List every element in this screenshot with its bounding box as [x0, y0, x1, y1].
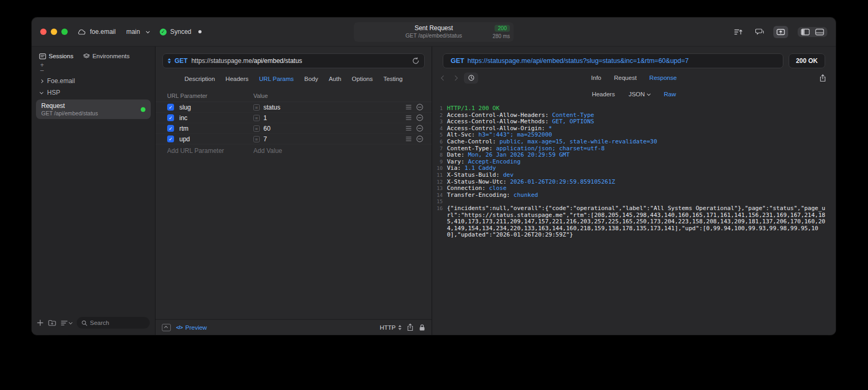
- tab-testing[interactable]: Testing: [383, 76, 403, 82]
- tree-item-hsp[interactable]: HSP: [35, 87, 152, 98]
- line-number: 5: [432, 132, 447, 139]
- tab-raw[interactable]: Raw: [664, 91, 676, 97]
- tree-item-foe-email[interactable]: Foe.email: [35, 75, 152, 87]
- add-param-row[interactable]: Add URL Parameter Add Value: [156, 144, 432, 157]
- request-url-bar[interactable]: GET https://statuspage.me/api/embed/stat…: [162, 53, 425, 68]
- param-name[interactable]: slug: [179, 104, 191, 111]
- zoom-window-button[interactable]: [61, 29, 68, 35]
- add-request-button[interactable]: [37, 320, 43, 326]
- param-checkbox[interactable]: ✓: [167, 125, 174, 132]
- param-row[interactable]: ✓ rtm = 60: [156, 123, 432, 134]
- history-clock-icon[interactable]: [464, 72, 478, 84]
- account-label[interactable]: foe.email: [90, 28, 116, 35]
- sidebar-tab-label: Sessions: [49, 53, 74, 59]
- reorder-handle-icon[interactable]: [406, 126, 412, 131]
- param-name[interactable]: rtm: [179, 125, 188, 132]
- search-input[interactable]: [90, 320, 145, 326]
- line-number: 7: [432, 146, 447, 152]
- minimize-window-button[interactable]: [51, 29, 57, 35]
- remove-param-icon[interactable]: [416, 125, 423, 132]
- toggle-sidebar-icon[interactable]: [801, 29, 810, 35]
- tab-headers[interactable]: Headers: [592, 91, 615, 97]
- history-back-icon[interactable]: [441, 75, 446, 80]
- sidebar-tab-sessions[interactable]: Sessions: [39, 53, 74, 59]
- method-stepper-icon[interactable]: [168, 58, 171, 64]
- param-checkbox[interactable]: ✓: [167, 114, 174, 121]
- new-folder-icon[interactable]: [48, 320, 56, 326]
- sidebar-tab-environments[interactable]: Environments: [83, 53, 130, 59]
- window-controls: [40, 29, 68, 35]
- remove-param-icon[interactable]: [416, 135, 423, 142]
- resend-request-icon[interactable]: [412, 57, 419, 65]
- export-response-icon[interactable]: [819, 74, 826, 82]
- remove-param-icon[interactable]: [416, 114, 423, 121]
- share-icon[interactable]: [407, 323, 414, 331]
- list-style-icon[interactable]: [61, 320, 72, 326]
- sync-status-label[interactable]: Synced: [170, 28, 191, 35]
- branch-chevron-icon[interactable]: [146, 29, 150, 33]
- line-number: 11: [432, 172, 447, 179]
- param-name[interactable]: upd: [179, 135, 190, 143]
- tab-request[interactable]: Request: [614, 75, 637, 81]
- param-row[interactable]: ✓ slug = status: [156, 102, 432, 113]
- tab-headers[interactable]: Headers: [225, 76, 248, 82]
- close-window-button[interactable]: [40, 29, 47, 35]
- param-value[interactable]: 7: [263, 135, 267, 143]
- comments-icon[interactable]: [752, 26, 767, 38]
- response-url-bar[interactable]: GET https://statuspage.me/api/embed/stat…: [443, 53, 783, 68]
- sidebar-add-button[interactable]: +: [40, 62, 147, 68]
- sidebar-remove-button[interactable]: –: [40, 68, 147, 73]
- line-number: 1: [432, 105, 447, 112]
- titlebar: foe.email main ✓ Synced Sent Request GET…: [32, 17, 836, 46]
- add-param-value-placeholder[interactable]: Add Value: [253, 147, 282, 155]
- line-number: 16: [432, 205, 447, 239]
- request-method[interactable]: GET: [175, 57, 188, 65]
- sidebar-tab-label: Environments: [93, 53, 130, 59]
- param-rows: ✓ slug = status ✓ inc = 1: [156, 102, 432, 144]
- sidebar-request-item[interactable]: Request GET /api/embed/status: [36, 99, 151, 119]
- request-footer: </> Preview HTTP: [156, 319, 432, 335]
- environments-icon: [83, 53, 90, 59]
- param-value[interactable]: status: [263, 104, 280, 111]
- code-line: 14Transfer-Encoding: chunked: [432, 192, 836, 199]
- param-checkbox[interactable]: ✓: [167, 104, 174, 111]
- sent-request-summary[interactable]: Sent Request GET /api/embed/status 200 2…: [354, 22, 514, 42]
- protocol-label: HTTP: [380, 324, 396, 331]
- export-window-icon[interactable]: [773, 26, 788, 38]
- tab-json[interactable]: JSON: [628, 91, 650, 97]
- param-row[interactable]: ✓ inc = 1: [156, 113, 432, 123]
- remove-param-icon[interactable]: [416, 104, 423, 111]
- param-value[interactable]: 60: [263, 125, 270, 132]
- url-host: https://statuspage.me: [191, 57, 252, 65]
- history-forward-icon[interactable]: [453, 75, 458, 80]
- tab-info[interactable]: Info: [591, 75, 601, 81]
- toggle-bottom-panel-icon[interactable]: [815, 29, 824, 35]
- reorder-handle-icon[interactable]: [406, 137, 412, 141]
- branch-label[interactable]: main: [126, 28, 140, 35]
- unsaved-dot-icon: [198, 30, 202, 33]
- lock-icon[interactable]: [419, 324, 425, 331]
- preview-label: Preview: [185, 324, 207, 331]
- param-value[interactable]: 1: [263, 114, 267, 122]
- tab-body[interactable]: Body: [304, 76, 318, 82]
- sidebar-search[interactable]: [77, 317, 150, 329]
- reorder-handle-icon[interactable]: [406, 105, 412, 110]
- tab-url-params[interactable]: URL Params: [259, 76, 294, 82]
- param-name[interactable]: inc: [179, 114, 187, 122]
- tab-response[interactable]: Response: [650, 75, 677, 81]
- show-panel-button[interactable]: [162, 324, 171, 331]
- sort-lines-icon[interactable]: [731, 26, 746, 38]
- param-row[interactable]: ✓ upd = 7: [156, 134, 432, 144]
- response-body[interactable]: 1HTTP/1.1 200 OK2Access-Control-Allow-He…: [432, 101, 836, 335]
- add-param-name-placeholder[interactable]: Add URL Parameter: [167, 147, 253, 155]
- reorder-handle-icon[interactable]: [406, 115, 412, 120]
- line-number: 6: [432, 139, 447, 146]
- protocol-selector[interactable]: HTTP: [380, 324, 401, 331]
- preview-button[interactable]: </> Preview: [176, 324, 207, 331]
- equals-icon: =: [253, 104, 260, 111]
- tab-options[interactable]: Options: [352, 76, 373, 82]
- tab-description[interactable]: Description: [185, 76, 215, 82]
- param-checkbox[interactable]: ✓: [167, 135, 174, 142]
- line-number: 10: [432, 165, 447, 172]
- tab-auth[interactable]: Auth: [328, 76, 341, 82]
